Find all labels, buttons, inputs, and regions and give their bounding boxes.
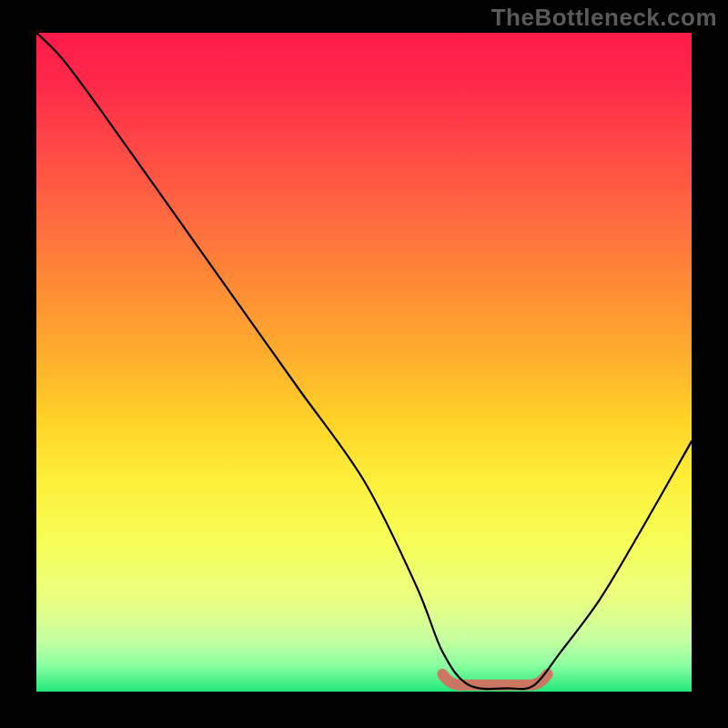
- chart-frame: TheBottleneck.com: [0, 0, 728, 728]
- bottleneck-curve: [36, 33, 692, 689]
- chart-overlay: [36, 33, 692, 692]
- watermark-text: TheBottleneck.com: [491, 4, 717, 32]
- plot-area: [36, 33, 692, 692]
